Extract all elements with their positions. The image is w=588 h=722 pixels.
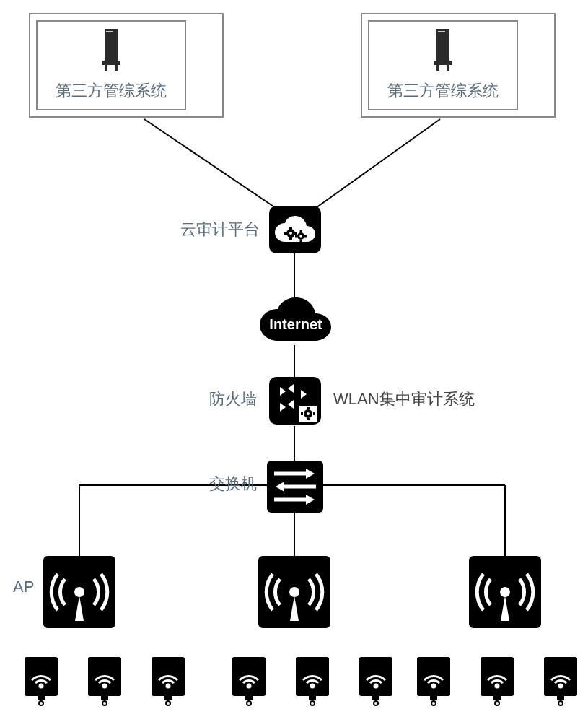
ap-icon <box>469 556 541 628</box>
svg-rect-18 <box>436 65 439 71</box>
firewall-icon <box>269 377 321 425</box>
svg-point-46 <box>39 684 44 689</box>
svg-rect-37 <box>301 412 303 415</box>
svg-rect-79 <box>557 696 564 700</box>
svg-rect-12 <box>102 61 120 65</box>
svg-rect-14 <box>115 65 118 71</box>
third-party-right-inner: 第三方管综系统 <box>368 20 518 110</box>
svg-rect-28 <box>300 230 302 232</box>
svg-rect-13 <box>105 65 107 71</box>
third-party-right-box: 第三方管综系统 <box>361 13 556 118</box>
cloud-audit-label: 云审计平台 <box>180 219 260 240</box>
client-device-5 <box>293 656 332 706</box>
svg-rect-47 <box>38 696 45 700</box>
svg-point-52 <box>102 701 107 705</box>
client-device-9 <box>541 656 580 706</box>
svg-rect-55 <box>164 696 172 700</box>
server-icon <box>434 29 452 71</box>
third-party-left-label: 第三方管综系统 <box>56 80 167 102</box>
svg-point-66 <box>374 684 379 689</box>
svg-rect-23 <box>289 237 292 240</box>
svg-point-43 <box>289 587 299 597</box>
svg-rect-71 <box>430 696 437 700</box>
svg-point-70 <box>431 684 436 689</box>
svg-rect-38 <box>313 412 315 415</box>
client-device-1 <box>22 656 61 706</box>
svg-point-21 <box>289 232 292 235</box>
svg-line-1 <box>314 119 440 209</box>
svg-rect-10 <box>105 29 118 61</box>
ap-icon <box>43 556 115 628</box>
svg-point-78 <box>558 684 563 689</box>
cloud-gears-icon <box>269 206 321 253</box>
svg-point-54 <box>166 684 171 689</box>
ap-node-2 <box>258 556 330 628</box>
svg-point-44 <box>500 587 510 597</box>
svg-rect-19 <box>447 65 449 71</box>
svg-rect-29 <box>300 240 302 243</box>
ap-node-1 <box>43 556 115 628</box>
svg-point-62 <box>310 684 315 689</box>
svg-point-50 <box>102 684 107 689</box>
svg-rect-35 <box>307 407 310 409</box>
internet-text: Internet <box>269 316 322 332</box>
svg-rect-63 <box>309 696 316 700</box>
svg-point-80 <box>558 701 563 705</box>
svg-point-60 <box>247 701 251 705</box>
svg-rect-67 <box>372 696 379 700</box>
svg-rect-31 <box>304 235 307 238</box>
svg-rect-16 <box>438 31 445 32</box>
svg-rect-11 <box>106 31 113 32</box>
client-device-4 <box>229 656 268 706</box>
svg-point-56 <box>166 701 170 705</box>
client-device-7 <box>414 656 453 706</box>
cloud-audit-node <box>269 206 321 253</box>
internet-node: Internet <box>253 296 339 348</box>
svg-rect-25 <box>294 232 297 235</box>
internet-cloud-icon: Internet <box>253 296 339 348</box>
svg-rect-36 <box>307 418 310 420</box>
svg-rect-59 <box>245 696 253 700</box>
svg-rect-17 <box>434 61 452 65</box>
client-device-2 <box>85 656 124 706</box>
third-party-left-box: 第三方管综系统 <box>29 13 224 118</box>
svg-point-42 <box>74 587 84 597</box>
svg-point-27 <box>299 235 302 238</box>
svg-rect-75 <box>493 696 501 700</box>
svg-rect-24 <box>284 232 287 235</box>
client-device-8 <box>478 656 517 706</box>
ap-label: AP <box>13 578 34 596</box>
svg-rect-22 <box>289 227 292 230</box>
third-party-right-label: 第三方管综系统 <box>387 80 499 102</box>
switch-icon <box>267 461 323 513</box>
switch-label: 交换机 <box>209 473 257 495</box>
svg-point-58 <box>247 684 252 689</box>
svg-point-74 <box>495 684 500 689</box>
third-party-left-inner: 第三方管综系统 <box>36 20 186 110</box>
svg-rect-51 <box>101 696 108 700</box>
svg-point-34 <box>307 412 310 415</box>
svg-point-68 <box>374 701 378 705</box>
svg-rect-15 <box>436 29 449 61</box>
server-icon <box>102 29 120 71</box>
svg-point-64 <box>310 701 315 705</box>
svg-line-0 <box>144 119 278 209</box>
svg-point-72 <box>431 701 436 705</box>
ap-node-3 <box>469 556 541 628</box>
firewall-node <box>269 377 321 425</box>
svg-point-76 <box>495 701 499 705</box>
svg-rect-30 <box>295 235 297 238</box>
firewall-label: 防火墙 <box>209 388 257 410</box>
ap-icon <box>258 556 330 628</box>
switch-node <box>267 461 323 513</box>
client-device-6 <box>356 656 395 706</box>
svg-point-48 <box>39 701 43 705</box>
client-device-3 <box>149 656 188 706</box>
wlan-audit-label: WLAN集中审计系统 <box>333 388 475 410</box>
